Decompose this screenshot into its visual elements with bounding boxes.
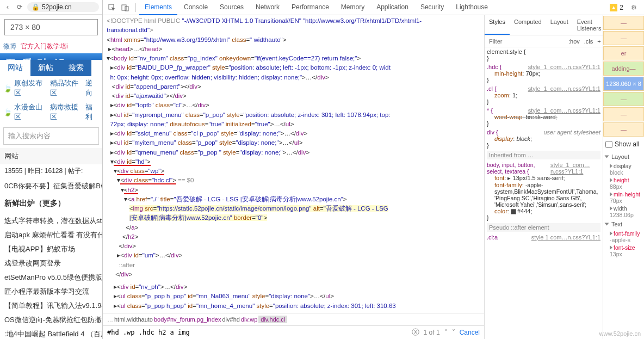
tab-event-listeners[interactable]: Event Listeners: [573, 15, 606, 35]
hov-toggle[interactable]: :hov: [566, 37, 582, 46]
dom-breadcrumb[interactable]: … html.widthauto body#nv_forum.pg_index …: [103, 313, 484, 325]
tab-new[interactable]: 新帖: [30, 60, 61, 76]
url-text: 52pojie.cn: [42, 3, 72, 11]
styles-rules[interactable]: element.style { } .hdc {style_1_com…n.cs…: [485, 47, 603, 339]
chevron-right-icon[interactable]: [610, 245, 612, 250]
thread-link[interactable]: 0CB你要不要】征集吾爱破解B站: [0, 179, 102, 193]
tab-site[interactable]: 网站: [0, 60, 30, 76]
logo-text-1: 吾 爱 破 解: [5, 57, 97, 60]
devtools: Elements Console Sources Network Perform…: [103, 0, 644, 339]
add-rule-icon[interactable]: +: [595, 37, 603, 46]
settings-icon[interactable]: ⚙: [628, 2, 640, 14]
tab-application[interactable]: Application: [371, 0, 414, 15]
box-c7: —: [603, 107, 644, 121]
url-box[interactable]: 🔒 52pojie.cn: [27, 2, 99, 12]
tab-performance[interactable]: Performance: [286, 0, 335, 15]
devtools-tabs: Elements Console Sources Network Perform…: [139, 0, 610, 15]
forum-link[interactable]: 福利: [85, 102, 99, 122]
tab-security[interactable]: Security: [415, 0, 449, 15]
show-all-checkbox[interactable]: Show all: [603, 137, 644, 151]
leaf-icon: 🍃: [3, 108, 12, 116]
box-c8: —: [603, 122, 644, 137]
thread-link[interactable]: 匠小程序最新版本学习交流: [0, 285, 102, 299]
chevron-right-icon[interactable]: [610, 206, 612, 211]
chevron-down-icon[interactable]: [605, 156, 609, 158]
tab-computed[interactable]: Computed: [510, 15, 546, 35]
chevron-down-icon[interactable]: [605, 223, 609, 226]
bc-item[interactable]: div.wp: [241, 316, 257, 323]
section-layout: Layout: [603, 151, 644, 162]
inherited-from: Inherited from …: [487, 151, 600, 159]
back-icon[interactable]: ‹: [3, 3, 12, 11]
bc-item[interactable]: body#nv_forum.pg_index: [154, 316, 221, 323]
tab-console[interactable]: Console: [178, 0, 213, 15]
thread-link[interactable]: 【简单教程】讯飞输入法v9.1.946: [0, 299, 102, 313]
thread-link[interactable]: :地4中国崛起 Battlefield 4 （百度: [0, 327, 102, 339]
prev-icon[interactable]: ˄: [444, 329, 448, 336]
bc-item[interactable]: div#hd: [222, 316, 239, 323]
styles-panel: Styles Computed Layout Event Listeners :…: [485, 15, 603, 339]
reload-icon[interactable]: ⟳: [15, 3, 24, 11]
box-c6: —: [603, 92, 644, 106]
thread-link[interactable]: 【电视APP】蚂蚁市场: [0, 242, 102, 256]
bc-item[interactable]: html.widthauto: [114, 316, 153, 323]
thread-link[interactable]: 戏登录改网页登录: [0, 256, 102, 270]
toplink-weibo[interactable]: 微博: [3, 42, 16, 51]
find-count: 1 of 1: [424, 329, 440, 336]
clear-icon[interactable]: ⓧ: [412, 328, 419, 337]
thread-link[interactable]: 启动apk 麻烦帮忙看看 有没有什: [0, 228, 102, 242]
tab-lighthouse[interactable]: Lighthouse: [450, 0, 493, 15]
toplink-tutorial[interactable]: 官方入门教学培i: [21, 42, 68, 51]
tab-search[interactable]: 搜索: [61, 60, 91, 76]
forum-link[interactable]: 逆向: [85, 78, 99, 98]
forum-stats: 13555 | 昨日: 16128 | 帖子:: [0, 164, 102, 178]
forum-link[interactable]: 水漫金山区: [14, 102, 48, 122]
chevron-right-icon[interactable]: [610, 192, 612, 196]
fresh-header: 新鲜出炉（更多）: [0, 194, 102, 213]
tab-styles[interactable]: Styles: [485, 15, 510, 35]
color-swatch[interactable]: [511, 209, 516, 214]
styles-filter-input[interactable]: [487, 37, 566, 46]
section-text: Text: [603, 219, 644, 230]
box-content: 1238.060 × 8: [603, 77, 644, 91]
cls-toggle[interactable]: .cls: [582, 37, 596, 46]
thread-list: 迭式字符串转换，潜在数据从strin 启动apk 麻烦帮忙看看 有没有什 【电视…: [0, 213, 102, 339]
thread-link[interactable]: etSetManPro v5.0.5绿色便携版: [0, 270, 102, 285]
pseudo-after: Pseudo ::after element: [487, 223, 600, 232]
forum-link[interactable]: 原创发布区: [14, 78, 48, 98]
find-input[interactable]: [107, 329, 407, 336]
webpage-panel: ‹ ⟳ 🔒 52pojie.cn 273 × 80 微博 官方入门教学培i 吾 …: [0, 0, 103, 339]
forum-row-2: 🍃 水漫金山区 病毒救援区 福利: [0, 100, 102, 124]
thread-link[interactable]: 迭式字符串转换，潜在数据从strin: [0, 214, 102, 228]
lock-icon: 🔒: [32, 3, 40, 11]
tab-layout[interactable]: Layout: [546, 15, 573, 35]
bc-item-selected[interactable]: div.hdc.cl: [258, 316, 287, 323]
inspect-icon[interactable]: [106, 2, 118, 14]
warning-count: 2: [620, 4, 623, 11]
next-icon[interactable]: ˅: [452, 329, 455, 336]
selected-node-marker: == $0: [176, 177, 194, 183]
tab-network[interactable]: Network: [250, 0, 285, 15]
box-c2: —: [603, 31, 644, 45]
search-input[interactable]: 输入搜索内容: [3, 127, 99, 145]
box-padding: adding—: [603, 61, 644, 76]
site-logo[interactable]: 吾 爱 破 解 WW.52PoJiE.CN: [0, 53, 102, 60]
tab-memory[interactable]: Memory: [336, 0, 370, 15]
dom-tree[interactable]: <!DOCTYPE html PUBLIC "-//W3C//DTD XHTML…: [103, 15, 484, 313]
forum-link[interactable]: 精品软件区: [50, 78, 84, 98]
chevron-right-icon[interactable]: [610, 231, 612, 236]
thread-link[interactable]: OS微信逆向-免越狱抢红包防撤回: [0, 313, 102, 327]
device-toggle-icon[interactable]: [119, 2, 131, 14]
styles-tabs: Styles Computed Layout Event Listeners: [485, 15, 603, 35]
warnings-badge[interactable]: ▲ 2: [610, 4, 623, 11]
browser-address-bar: ‹ ⟳ 🔒 52pojie.cn: [0, 0, 102, 15]
forum-link[interactable]: 病毒救援区: [50, 102, 84, 122]
tab-elements[interactable]: Elements: [139, 0, 177, 15]
tab-sources[interactable]: Sources: [214, 0, 249, 15]
find-bar: ⓧ 1 of 1 ˄ ˅ Cancel: [103, 325, 484, 339]
find-cancel[interactable]: Cancel: [460, 329, 480, 336]
chevron-right-icon[interactable]: [610, 178, 612, 182]
chevron-right-icon[interactable]: [610, 164, 612, 168]
elements-panel: <!DOCTYPE html PUBLIC "-//W3C//DTD XHTML…: [103, 15, 485, 339]
forum-row-1: 🍃 原创发布区 精品软件区 逆向: [0, 76, 102, 100]
